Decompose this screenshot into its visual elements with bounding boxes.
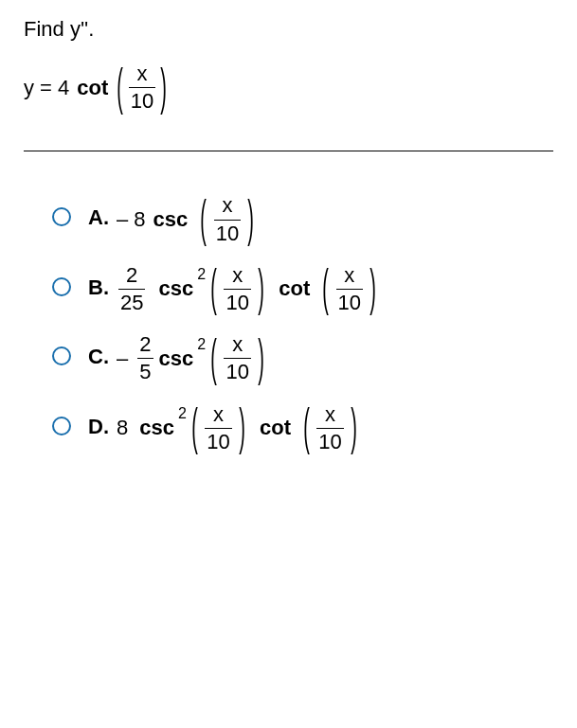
d-arg2-frac: x 10 [316, 403, 343, 453]
d-csc: csc [139, 416, 174, 440]
lparen: ( [117, 58, 124, 116]
b-arg1-den: 10 [224, 289, 250, 314]
c-csc: csc [159, 346, 194, 371]
question-equation: y = 4 cot ( x 10 ) [24, 62, 553, 113]
c-neg: – [117, 346, 128, 371]
b-coef-den: 25 [118, 289, 145, 314]
b-rparen1: ) [258, 259, 264, 318]
choice-b: B. 2 25 csc 2 ( x 10 ) cot ( x 10 [52, 264, 553, 314]
radio-b[interactable] [52, 277, 71, 296]
question-prompt: Find y''. [24, 17, 553, 42]
a-rparen: ) [247, 190, 254, 249]
b-cot: cot [279, 276, 310, 301]
c-arg-num: x [230, 333, 244, 358]
b-rparen2: ) [370, 259, 376, 318]
choice-a: A. – 8 csc ( x 10 ) [52, 194, 553, 244]
b-coef-num: 2 [124, 264, 139, 289]
d-arg1-den: 10 [205, 428, 231, 453]
c-lparen: ( [210, 329, 217, 388]
a-csc: csc [153, 207, 189, 232]
arg-den: 10 [129, 87, 155, 113]
b-csc: csc [158, 276, 193, 301]
radio-a[interactable] [52, 207, 71, 226]
expr-a: – 8 csc ( x 10 ) [117, 194, 255, 244]
d-cot: cot [260, 416, 291, 440]
cot-fn: cot [77, 76, 108, 100]
b-exp: 2 [197, 267, 206, 282]
b-arg2-num: x [342, 264, 356, 289]
a-frac: x 10 [214, 194, 241, 244]
c-arg-frac: x 10 [224, 333, 250, 383]
c-exp: 2 [197, 337, 206, 352]
d-arg1-num: x [211, 403, 225, 428]
d-rparen2: ) [351, 399, 357, 457]
b-coef-frac: 2 25 [118, 264, 145, 314]
a-lparen: ( [201, 190, 207, 249]
b-arg1-num: x [230, 264, 244, 289]
expr-c: – 2 5 csc 2 ( x 10 ) [117, 333, 265, 383]
c-coef-den: 5 [137, 358, 153, 383]
d-arg2-den: 10 [316, 428, 343, 453]
b-lparen2: ( [323, 259, 330, 318]
letter-b: B. [88, 275, 117, 300]
a-neg: – 8 [117, 207, 146, 232]
c-rparen: ) [258, 329, 264, 388]
b-arg2-frac: x 10 [336, 264, 363, 314]
c-coef-frac: 2 5 [137, 333, 153, 383]
c-arg-den: 10 [224, 358, 250, 383]
letter-c: C. [88, 345, 117, 369]
d-arg2-num: x [323, 403, 337, 428]
expr-d: 8 csc 2 ( x 10 ) cot ( x 10 ) [117, 403, 358, 453]
d-exp-block: 2 [178, 410, 187, 446]
arg-frac: x 10 [129, 62, 155, 113]
letter-a: A. [88, 205, 117, 230]
d-arg1-frac: x 10 [205, 403, 231, 453]
radio-d[interactable] [52, 417, 71, 435]
letter-d: D. [88, 415, 117, 439]
divider [24, 151, 553, 151]
b-exp-block: 2 [197, 271, 206, 307]
expr-b: 2 25 csc 2 ( x 10 ) cot ( x 10 ) [117, 264, 377, 314]
d-lparen1: ( [191, 399, 198, 457]
b-arg1-frac: x 10 [224, 264, 250, 314]
rparen: ) [160, 58, 167, 116]
a-num: x [220, 194, 234, 219]
d-rparen1: ) [239, 399, 245, 457]
arg-num: x [135, 62, 149, 87]
a-den: 10 [214, 220, 241, 245]
d-lparen2: ( [303, 399, 310, 457]
choice-c: C. – 2 5 csc 2 ( x 10 ) [52, 333, 553, 383]
d-coef: 8 [117, 416, 128, 440]
eq-lhs: y = 4 [24, 76, 69, 100]
b-lparen1: ( [210, 259, 217, 318]
choices-group: A. – 8 csc ( x 10 ) B. 2 25 csc 2 [24, 194, 553, 453]
choice-d: D. 8 csc 2 ( x 10 ) cot ( x 10 ) [52, 403, 553, 453]
b-arg2-den: 10 [336, 289, 363, 314]
d-exp: 2 [178, 406, 187, 421]
radio-c[interactable] [52, 346, 71, 365]
c-coef-num: 2 [137, 333, 153, 358]
c-exp-block: 2 [197, 341, 206, 377]
